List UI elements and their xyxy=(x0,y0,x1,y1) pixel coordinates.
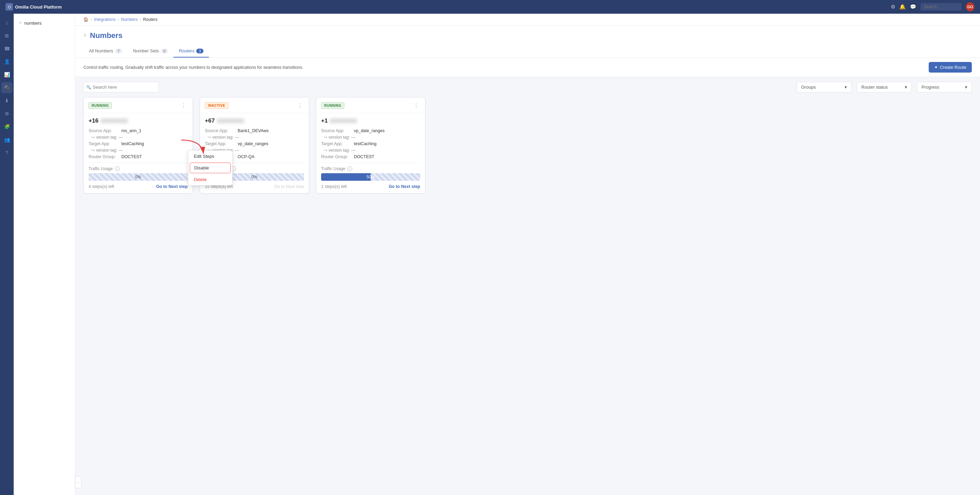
sidebar-icon-person[interactable]: 👥 xyxy=(2,134,12,145)
card-1-status-badge: INACTIVE xyxy=(205,102,228,109)
card-2-phone: +1 xyxy=(321,117,420,124)
card-1-source-version: ↪ version tag: — xyxy=(205,135,304,140)
card-2-traffic: Traffic Usage i 50% xyxy=(321,166,420,181)
page-description: Control traffic routing. Gradually shift… xyxy=(83,65,303,70)
sidebar-icon-settings[interactable]: ⚙ xyxy=(2,108,12,119)
toolbar: Control traffic routing. Gradually shift… xyxy=(75,58,980,77)
card-2-phone-blur xyxy=(329,118,357,123)
progress-chevron-icon: ▾ xyxy=(965,85,967,90)
context-menu-edit-steps[interactable]: Edit Steps xyxy=(188,151,232,162)
card-1-go-next-button: Go to Next step xyxy=(274,184,304,189)
card-0-target-version: ↪ version tag: — xyxy=(89,148,188,153)
topnav-icons: ⚙ 🔔 💬 GO xyxy=(891,2,975,11)
card-1-traffic-percent: 0% xyxy=(251,175,257,179)
card-2-traffic-fill xyxy=(321,173,371,181)
sidebar: ⌂ ⊞ ☎ 👤 📊 🔌 ⬇ ⚙ 🧩 👥 ? xyxy=(0,14,14,495)
card-2-steps-left: 1 steps(s) left xyxy=(321,184,347,189)
card-2-divider xyxy=(321,163,420,163)
context-menu-disable[interactable]: Disable xyxy=(190,163,231,173)
card-0-source-version: ↪ version tag: — xyxy=(89,135,188,140)
subsidebar-item-numbers[interactable]: ⠿ numbers xyxy=(14,18,75,29)
card-2-traffic-stripe-right xyxy=(371,173,420,181)
card-0-menu-button[interactable]: ⋮ xyxy=(180,102,188,110)
card-1-header: INACTIVE ⋮ xyxy=(200,97,309,113)
context-menu-delete[interactable]: Delete xyxy=(188,174,232,185)
card-2-target-version: ↪ version tag: — xyxy=(321,148,420,153)
card-0-divider xyxy=(89,163,188,163)
chat-icon[interactable]: 💬 xyxy=(910,4,916,10)
card-1-source-app: Source App: Bank1_DEVAws xyxy=(205,128,304,133)
card-0-header: RUNNING ⋮ xyxy=(84,97,192,113)
tab-routers[interactable]: Routers 3 xyxy=(173,45,209,57)
breadcrumb: 🏠 › Integrations › Numbers › Routers xyxy=(75,14,980,26)
create-route-button[interactable]: ✦ Create Route xyxy=(929,62,972,73)
sidebar-icon-download[interactable]: ⬇ xyxy=(2,95,12,106)
create-route-icon: ✦ xyxy=(934,65,938,70)
card-2-traffic-label: Traffic Usage i xyxy=(321,166,420,171)
breadcrumb-sep-1: › xyxy=(91,17,92,22)
card-0-footer: 4 steps(s) left Go to Next step xyxy=(89,184,188,189)
card-0-status-badge: RUNNING xyxy=(89,102,112,109)
topnav-search-input[interactable] xyxy=(921,3,961,11)
groups-filter[interactable]: Groups ▾ xyxy=(797,82,851,93)
settings-icon[interactable]: ⚙ xyxy=(891,4,895,10)
sidebar-icon-help[interactable]: ? xyxy=(2,147,12,158)
logo-icon: ⬡ xyxy=(5,3,13,11)
card-0-info-icon[interactable]: i xyxy=(115,166,120,171)
card-2-status-badge: RUNNING xyxy=(321,102,344,109)
breadcrumb-home-icon[interactable]: 🏠 xyxy=(83,17,89,22)
card-2-traffic-percent: 50% xyxy=(367,175,375,179)
sidebar-collapse-toggle[interactable]: ‹ xyxy=(75,476,81,488)
card-0-traffic-percent: 0% xyxy=(135,175,141,179)
sidebar-icon-home[interactable]: ⌂ xyxy=(2,17,12,28)
breadcrumb-integrations[interactable]: Integrations xyxy=(94,17,116,22)
card-2-go-next-button[interactable]: Go to Next step xyxy=(389,184,420,189)
card-2-traffic-bar: 50% xyxy=(321,173,420,181)
card-2-body: +1 Source App: vp_date_ranges ↪ version … xyxy=(316,113,425,193)
progress-filter[interactable]: Progress ▾ xyxy=(917,82,972,93)
search-input[interactable] xyxy=(83,82,159,93)
card-2-footer: 1 steps(s) left Go to Next step xyxy=(321,184,420,189)
sidebar-icon-chart[interactable]: 📊 xyxy=(2,69,12,80)
filters-row: 🔍 Groups ▾ Router status ▾ Progress ▾ xyxy=(75,77,980,97)
sidebar-icon-phone[interactable]: ☎ xyxy=(2,43,12,54)
breadcrumb-sep-2: › xyxy=(118,17,119,22)
bell-icon[interactable]: 🔔 xyxy=(899,4,906,10)
breadcrumb-current: Routers xyxy=(143,17,157,22)
breadcrumb-sep-3: › xyxy=(140,17,141,22)
card-2-menu-button[interactable]: ⋮ xyxy=(412,102,420,110)
context-menu: Edit Steps Disable Delete xyxy=(188,150,232,185)
card-0: RUNNING ⋮ +16 Source App: ms_ann_1 ↪ ver… xyxy=(83,97,193,193)
sidebar-icon-user[interactable]: 👤 xyxy=(2,56,12,67)
page-header: ⠿ Numbers All Numbers 7 Number Sets 0 Ro… xyxy=(75,26,980,58)
card-0-router-group: Router Group: DOCTEST xyxy=(89,154,188,159)
groups-chevron-icon: ▾ xyxy=(845,85,847,90)
tab-all-numbers[interactable]: All Numbers 7 xyxy=(83,45,127,57)
subsidebar: ⠿ numbers xyxy=(14,14,75,495)
router-status-chevron-icon: ▾ xyxy=(905,85,907,90)
sidebar-icon-grid[interactable]: ⊞ xyxy=(2,30,12,41)
search-icon: 🔍 xyxy=(86,85,91,90)
card-1-menu-button[interactable]: ⋮ xyxy=(296,102,304,110)
card-0-traffic-bar: 0% xyxy=(89,173,188,181)
card-0-source-app: Source App: ms_ann_1 xyxy=(89,128,188,133)
tab-number-sets[interactable]: Number Sets 0 xyxy=(127,45,173,57)
card-0-phone-blur xyxy=(100,118,128,123)
drag-icon: ⠿ xyxy=(19,21,22,25)
main-content: 🏠 › Integrations › Numbers › Routers ⠿ N… xyxy=(75,14,980,495)
page-title: Numbers xyxy=(90,31,123,40)
sidebar-icon-integrations[interactable]: 🔌 xyxy=(2,82,12,93)
sidebar-icon-puzzle[interactable]: 🧩 xyxy=(2,121,12,132)
card-1-target-app: Target App: vp_date_ranges xyxy=(205,141,304,146)
card-0-go-next-button[interactable]: Go to Next step xyxy=(156,184,188,189)
user-avatar[interactable]: GO xyxy=(966,2,975,11)
card-0-phone: +16 xyxy=(89,117,188,124)
card-2-router-group: Router Group: DOCTEST xyxy=(321,154,420,159)
breadcrumb-numbers[interactable]: Numbers xyxy=(121,17,138,22)
card-2-info-icon[interactable]: i xyxy=(347,166,352,171)
card-2-header: RUNNING ⋮ xyxy=(316,97,425,113)
card-0-steps-left: 4 steps(s) left xyxy=(89,184,114,189)
router-status-filter[interactable]: Router status ▾ xyxy=(857,82,912,93)
app-name: Omilia Cloud Platform xyxy=(15,5,62,10)
page-drag-icon: ⠿ xyxy=(83,33,86,38)
